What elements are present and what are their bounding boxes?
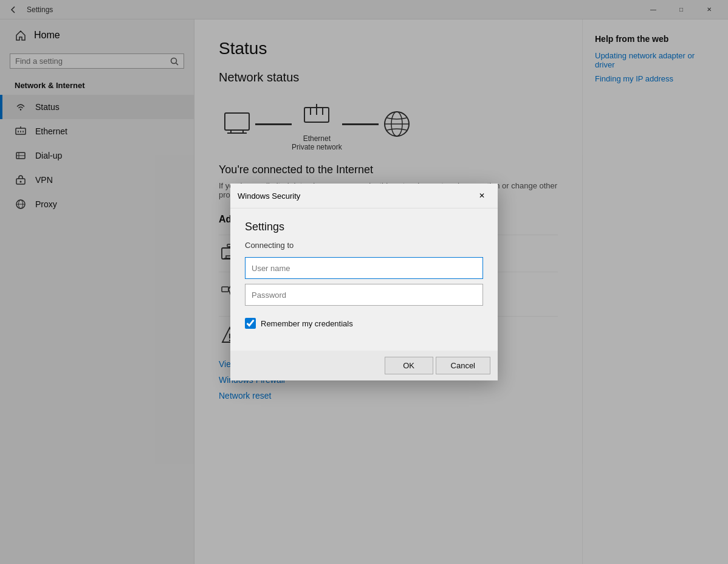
cancel-button[interactable]: Cancel	[436, 357, 490, 374]
dialog-section-title: Settings	[245, 221, 483, 233]
dialog-titlebar: Windows Security ✕	[230, 184, 498, 208]
dialog-close-button[interactable]: ✕	[473, 188, 490, 203]
dialog-overlay: Windows Security ✕ Settings Connecting t…	[0, 0, 728, 564]
remember-credentials-checkbox[interactable]	[245, 318, 256, 329]
ok-button[interactable]: OK	[385, 357, 433, 374]
username-input[interactable]	[245, 257, 483, 279]
dialog-footer: OK Cancel	[230, 351, 498, 380]
remember-credentials-label: Remember my credentials	[261, 319, 353, 328]
remember-credentials-row: Remember my credentials	[245, 318, 483, 329]
windows-security-dialog: Windows Security ✕ Settings Connecting t…	[230, 184, 498, 380]
password-input[interactable]	[245, 284, 483, 306]
dialog-body: Settings Connecting to Remember my crede…	[230, 208, 498, 351]
dialog-title-text: Windows Security	[238, 191, 473, 201]
dialog-connecting-label: Connecting to	[245, 241, 483, 250]
